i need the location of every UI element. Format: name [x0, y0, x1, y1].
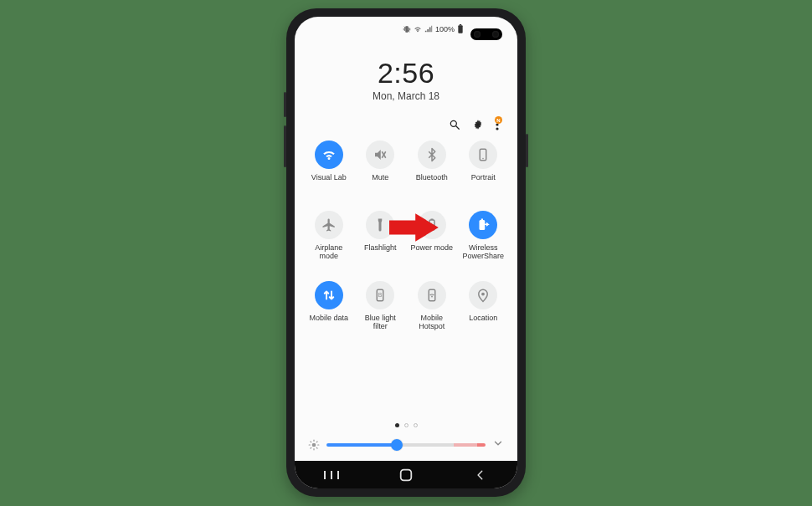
flashlight-toggle[interactable]: [366, 211, 394, 239]
brightness-icon: [308, 439, 320, 451]
svg-rect-19: [429, 289, 435, 301]
power-mode-icon: [424, 217, 439, 233]
tile-label[interactable]: Mute: [372, 173, 388, 181]
tile-label[interactable]: Power mode: [410, 243, 453, 252]
page-indicator: [295, 420, 517, 432]
menu-badge: N: [495, 116, 502, 124]
svg-point-23: [312, 443, 316, 447]
tile-label[interactable]: Portrait: [471, 173, 496, 181]
bluetooth-toggle[interactable]: [418, 141, 446, 169]
clock-area: 2:56 Mon, March 18: [295, 38, 517, 114]
tile-location: Location: [458, 281, 510, 345]
chevron-down-icon[interactable]: [492, 437, 504, 452]
svg-rect-1: [460, 24, 462, 25]
svg-line-29: [316, 447, 317, 448]
tile-airplane: Airplane mode: [303, 211, 355, 274]
quick-settings-grid: Visual LabMuteBluetoothPortraitAirplane …: [295, 135, 517, 420]
side-button: [526, 134, 528, 167]
menu-icon[interactable]: N: [496, 119, 499, 130]
airplane-toggle[interactable]: [315, 211, 343, 239]
signal-icon: [424, 25, 433, 33]
mute-icon: [373, 147, 388, 162]
camera-cutout: [470, 28, 502, 40]
svg-point-7: [496, 127, 498, 130]
tile-label[interactable]: Blue light filter: [357, 314, 403, 331]
page-dot[interactable]: [414, 423, 418, 427]
clock-time: 2:56: [295, 59, 517, 87]
page-dot[interactable]: [395, 423, 399, 427]
nav-home[interactable]: [381, 462, 431, 488]
svg-point-2: [450, 120, 456, 126]
bluetooth-icon: [424, 147, 439, 162]
panel-actions: N: [295, 114, 517, 135]
phone-frame: 100% 2:56 Mon, March 18 N Visual L: [286, 8, 526, 497]
location-toggle[interactable]: [469, 281, 497, 309]
powershare-icon: [475, 217, 491, 233]
wifi-toggle[interactable]: [315, 141, 343, 169]
tile-power-mode: Power mode: [406, 211, 458, 274]
svg-line-28: [311, 442, 311, 442]
tile-label[interactable]: Flashlight: [364, 243, 397, 252]
portrait-icon: [475, 147, 491, 162]
svg-line-31: [316, 442, 317, 442]
tile-label[interactable]: Mobile data: [309, 314, 348, 322]
airplane-icon: [321, 217, 337, 233]
battery-icon: [457, 24, 464, 34]
battery-percent: 100%: [435, 25, 455, 33]
tile-flashlight: Flashlight: [355, 211, 407, 274]
vibrate-icon: [403, 25, 411, 33]
brightness-slider[interactable]: [326, 443, 486, 447]
svg-rect-15: [480, 220, 486, 230]
blue-light-toggle[interactable]: B: [366, 281, 394, 309]
tile-portrait: Portrait: [458, 141, 510, 204]
location-icon: [475, 288, 491, 303]
svg-line-3: [456, 126, 460, 130]
svg-rect-35: [401, 470, 412, 481]
nav-recents[interactable]: [306, 462, 357, 488]
svg-rect-14: [430, 219, 433, 221]
wifi-icon: [321, 147, 337, 162]
powershare-toggle[interactable]: [469, 211, 497, 239]
tile-blue-light: BBlue light filter: [355, 281, 407, 345]
tile-label[interactable]: Visual Lab: [311, 173, 347, 181]
tile-hotspot: Mobile Hotspot: [406, 281, 458, 345]
tile-powershare: Wireless PowerShare: [458, 211, 510, 274]
gear-icon[interactable]: [472, 119, 484, 130]
nav-back[interactable]: [455, 462, 506, 488]
svg-point-21: [481, 293, 485, 296]
brightness-row: [295, 432, 517, 461]
brightness-thumb[interactable]: [391, 439, 403, 451]
nav-bar: [295, 461, 517, 488]
tile-label[interactable]: Bluetooth: [416, 173, 448, 181]
svg-line-30: [311, 447, 311, 448]
wifi-status-icon: [414, 25, 422, 33]
tile-label[interactable]: Wireless PowerShare: [460, 243, 506, 261]
power-mode-toggle[interactable]: [418, 211, 446, 239]
mute-toggle[interactable]: [366, 141, 394, 169]
tile-label[interactable]: Location: [469, 314, 497, 322]
tile-wifi: Visual Lab: [303, 141, 355, 204]
mobile-data-toggle[interactable]: [315, 281, 343, 309]
svg-rect-16: [481, 219, 483, 221]
mobile-data-icon: [321, 288, 337, 303]
page-dot[interactable]: [404, 423, 409, 427]
tile-mobile-data: Mobile data: [303, 281, 355, 345]
side-button: [284, 92, 286, 117]
flashlight-icon: [373, 217, 388, 233]
svg-text:B: B: [378, 292, 383, 298]
hotspot-toggle[interactable]: [418, 281, 446, 309]
hotspot-icon: [424, 288, 439, 303]
svg-point-20: [431, 296, 433, 298]
clock-date: Mon, March 18: [295, 90, 517, 102]
svg-point-11: [483, 158, 485, 160]
tile-label[interactable]: Mobile Hotspot: [409, 314, 455, 331]
tile-mute: Mute: [355, 141, 407, 204]
portrait-toggle[interactable]: [469, 141, 497, 169]
phone-screen: 100% 2:56 Mon, March 18 N Visual L: [295, 17, 517, 488]
search-icon[interactable]: [449, 119, 460, 130]
blue-light-icon: B: [373, 288, 388, 303]
side-button: [284, 125, 286, 167]
svg-rect-0: [458, 25, 462, 33]
tile-bluetooth: Bluetooth: [406, 141, 458, 204]
tile-label[interactable]: Airplane mode: [306, 243, 352, 261]
